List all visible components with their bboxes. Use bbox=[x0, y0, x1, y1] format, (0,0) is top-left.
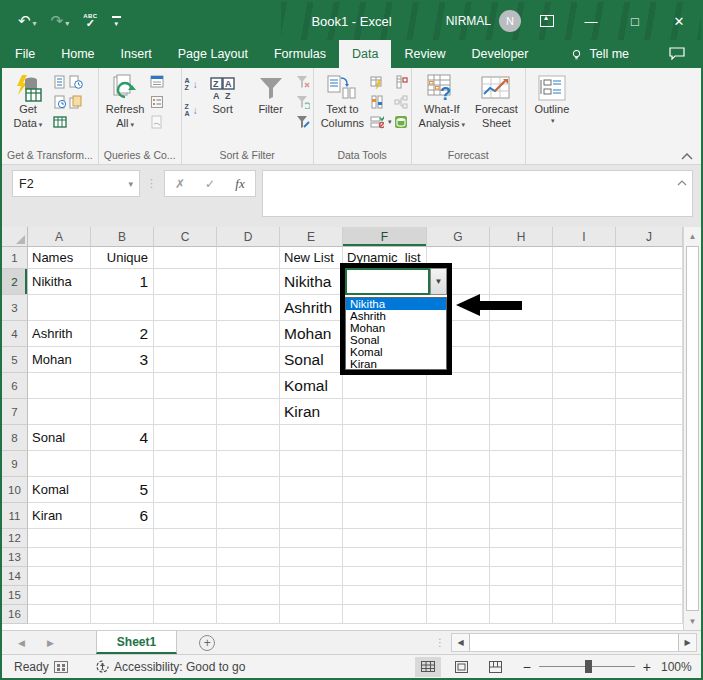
cell-F12[interactable] bbox=[343, 529, 427, 548]
expand-formula-bar-icon[interactable] bbox=[677, 179, 687, 186]
dropdown-item-mohan[interactable]: Mohan bbox=[346, 322, 446, 334]
select-all-corner[interactable] bbox=[2, 227, 28, 247]
collapse-ribbon-icon[interactable] bbox=[681, 152, 693, 160]
spelling-button[interactable]: ABC ✓ bbox=[83, 13, 98, 29]
cell-D11[interactable] bbox=[217, 503, 280, 529]
existing-connections-button[interactable] bbox=[69, 94, 83, 110]
cell-H11[interactable] bbox=[490, 503, 553, 529]
cell-B6[interactable] bbox=[91, 373, 154, 399]
filter-button[interactable]: Filter bbox=[248, 70, 294, 118]
cell-E5[interactable]: Sonal bbox=[280, 347, 343, 373]
cell-J7[interactable] bbox=[616, 399, 683, 425]
cell-C13[interactable] bbox=[154, 548, 217, 567]
cell-C2[interactable] bbox=[154, 269, 217, 295]
cell-G6[interactable] bbox=[427, 373, 490, 399]
cell-H4[interactable] bbox=[490, 321, 553, 347]
dropdown-item-nikitha[interactable]: Nikitha bbox=[346, 298, 446, 310]
tab-file[interactable]: File bbox=[2, 40, 48, 68]
hscroll-left-icon[interactable]: ◀ bbox=[452, 634, 469, 651]
tab-insert[interactable]: Insert bbox=[108, 40, 165, 68]
cell-H9[interactable] bbox=[490, 451, 553, 477]
cell-F16[interactable] bbox=[343, 605, 427, 624]
selected-cell-F2[interactable] bbox=[345, 268, 430, 295]
refresh-all-button[interactable]: Refresh All▾ bbox=[102, 70, 149, 132]
cell-G10[interactable] bbox=[427, 477, 490, 503]
cell-A16[interactable] bbox=[28, 605, 91, 624]
group-label-queries[interactable]: Queries & Co... bbox=[102, 148, 178, 164]
sort-descending-button[interactable]: ZA↓ bbox=[185, 102, 198, 118]
cell-C3[interactable] bbox=[154, 295, 217, 321]
cell-J5[interactable] bbox=[616, 347, 683, 373]
cell-C14[interactable] bbox=[154, 567, 217, 586]
cell-B13[interactable] bbox=[91, 548, 154, 567]
account-area[interactable]: NIRMAL N bbox=[446, 10, 521, 32]
minimize-button[interactable]: — bbox=[569, 2, 613, 40]
cell-E12[interactable] bbox=[280, 529, 343, 548]
cell-H5[interactable] bbox=[490, 347, 553, 373]
tab-formulas[interactable]: Formulas bbox=[261, 40, 339, 68]
cell-B5[interactable]: 3 bbox=[91, 347, 154, 373]
cell-C8[interactable] bbox=[154, 425, 217, 451]
cell-C12[interactable] bbox=[154, 529, 217, 548]
cell-J4[interactable] bbox=[616, 321, 683, 347]
group-label-get-transform[interactable]: Get & Transform... bbox=[5, 148, 95, 164]
column-header-B[interactable]: B bbox=[91, 227, 154, 247]
zoom-out-button[interactable]: − bbox=[523, 659, 531, 675]
new-sheet-button[interactable]: + bbox=[199, 635, 215, 651]
cell-H15[interactable] bbox=[490, 586, 553, 605]
column-header-C[interactable]: C bbox=[154, 227, 217, 247]
cell-F10[interactable] bbox=[343, 477, 427, 503]
cell-D16[interactable] bbox=[217, 605, 280, 624]
cell-B1[interactable]: Unique bbox=[91, 247, 154, 269]
cell-D8[interactable] bbox=[217, 425, 280, 451]
row-header-9[interactable]: 9 bbox=[2, 451, 28, 477]
cell-A5[interactable]: Mohan bbox=[28, 347, 91, 373]
cell-G11[interactable] bbox=[427, 503, 490, 529]
cell-B2[interactable]: 1 bbox=[91, 269, 154, 295]
cell-E1[interactable]: New List bbox=[280, 247, 343, 269]
cell-H2[interactable] bbox=[490, 269, 553, 295]
cell-C5[interactable] bbox=[154, 347, 217, 373]
cell-H10[interactable] bbox=[490, 477, 553, 503]
name-box-caret-icon[interactable]: ▾ bbox=[128, 179, 133, 189]
cell-E7[interactable]: Kiran bbox=[280, 399, 343, 425]
cell-B11[interactable]: 6 bbox=[91, 503, 154, 529]
cell-H7[interactable] bbox=[490, 399, 553, 425]
cell-A2[interactable]: Nikitha bbox=[28, 269, 91, 295]
cell-B8[interactable]: 4 bbox=[91, 425, 154, 451]
advanced-filter-button[interactable] bbox=[296, 114, 310, 130]
cell-E14[interactable] bbox=[280, 567, 343, 586]
cell-J8[interactable] bbox=[616, 425, 683, 451]
page-layout-view-button[interactable] bbox=[449, 657, 475, 677]
cell-A3[interactable] bbox=[28, 295, 91, 321]
page-break-view-button[interactable] bbox=[483, 657, 509, 677]
cell-H12[interactable] bbox=[490, 529, 553, 548]
cell-G9[interactable] bbox=[427, 451, 490, 477]
normal-view-button[interactable] bbox=[415, 657, 441, 677]
new-query-button[interactable] bbox=[53, 74, 67, 90]
cell-F14[interactable] bbox=[343, 567, 427, 586]
cell-H1[interactable] bbox=[490, 247, 553, 269]
cell-I3[interactable] bbox=[553, 295, 616, 321]
cell-B16[interactable] bbox=[91, 605, 154, 624]
cell-G15[interactable] bbox=[427, 586, 490, 605]
cell-I16[interactable] bbox=[553, 605, 616, 624]
outline-button[interactable]: Outline ▾ bbox=[529, 70, 575, 126]
cell-H14[interactable] bbox=[490, 567, 553, 586]
cell-I12[interactable] bbox=[553, 529, 616, 548]
cell-I4[interactable] bbox=[553, 321, 616, 347]
cell-J6[interactable] bbox=[616, 373, 683, 399]
cell-J1[interactable] bbox=[616, 247, 683, 269]
sheet-nav-right-icon[interactable]: ▶ bbox=[47, 638, 54, 648]
row-header-14[interactable]: 14 bbox=[2, 567, 28, 586]
cell-G12[interactable] bbox=[427, 529, 490, 548]
sheet-tab-sheet1[interactable]: Sheet1 bbox=[96, 631, 177, 654]
horizontal-scroll-thumb[interactable] bbox=[469, 634, 679, 651]
cell-E10[interactable] bbox=[280, 477, 343, 503]
relationships-button[interactable] bbox=[394, 94, 408, 110]
row-header-12[interactable]: 12 bbox=[2, 529, 28, 548]
scroll-up-icon[interactable]: ▲ bbox=[684, 227, 701, 245]
cell-A11[interactable]: Kiran bbox=[28, 503, 91, 529]
row-header-11[interactable]: 11 bbox=[2, 503, 28, 529]
cell-I1[interactable] bbox=[553, 247, 616, 269]
